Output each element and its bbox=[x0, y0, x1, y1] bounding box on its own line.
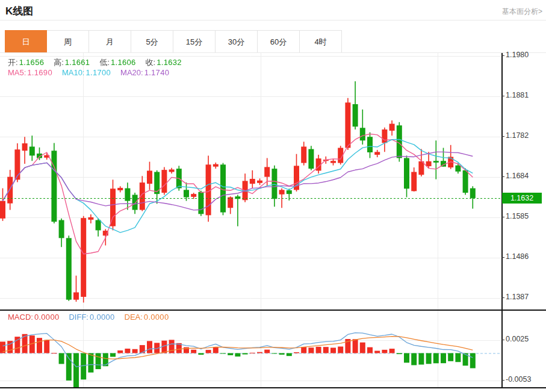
macd-axis-label: -0.0053 bbox=[506, 375, 531, 384]
macd-legend: MACD:0.0000DIFF:0.0000DEA:0.0000 bbox=[8, 313, 169, 322]
axis-tick bbox=[501, 257, 504, 258]
legend-item: 收:1.1632 bbox=[146, 57, 182, 68]
tab-周[interactable]: 周 bbox=[47, 30, 89, 53]
timeframe-tabbar: 日周月5分15分30分60分4时 bbox=[5, 30, 342, 53]
kline-chart-widget: K线图 基本面分析> 日周月5分15分30分60分4时 开:1.1656高:1.… bbox=[0, 0, 546, 392]
panel-separator bbox=[0, 310, 546, 311]
legend-item: MA10:1.1700 bbox=[62, 68, 111, 77]
chart-area: 开:1.1656高:1.1661低:1.1606收:1.1632 MA5:1.1… bbox=[0, 53, 546, 392]
legend-item: DEA:0.0000 bbox=[125, 313, 169, 322]
axis-tick bbox=[501, 340, 504, 340]
legend-item: DIFF:0.0000 bbox=[69, 313, 114, 322]
macd-axis-label: 0.0025 bbox=[506, 335, 529, 343]
legend-item: 高:1.1661 bbox=[54, 57, 90, 68]
axis-tick bbox=[501, 96, 504, 96]
y-axis-label: 1.1980 bbox=[506, 51, 529, 59]
page-title: K线图 bbox=[5, 4, 33, 18]
current-price-badge: 1.1632 bbox=[502, 193, 542, 204]
legend-item: MACD:0.0000 bbox=[8, 313, 59, 322]
y-axis-label: 1.1684 bbox=[506, 172, 529, 180]
y-axis-label: 1.1585 bbox=[506, 212, 529, 220]
legend-item: 开:1.1656 bbox=[8, 57, 44, 68]
tab-30分[interactable]: 30分 bbox=[216, 30, 258, 53]
tab-15分[interactable]: 15分 bbox=[173, 30, 216, 53]
tab-日[interactable]: 日 bbox=[5, 30, 47, 53]
candlestick-canvas[interactable] bbox=[0, 53, 501, 310]
y-axis-label: 1.1881 bbox=[506, 91, 529, 99]
legend-item: MA20:1.1740 bbox=[120, 68, 169, 77]
y-axis-label: 1.1782 bbox=[506, 131, 529, 140]
macd-canvas[interactable] bbox=[0, 311, 501, 387]
ohlc-legend: 开:1.1656高:1.1661低:1.1606收:1.1632 bbox=[8, 57, 182, 68]
tab-60分[interactable]: 60分 bbox=[258, 30, 300, 53]
tab-5分[interactable]: 5分 bbox=[131, 30, 173, 53]
axis-tick bbox=[501, 136, 504, 137]
axis-tick bbox=[501, 380, 504, 381]
axis-tick bbox=[501, 55, 504, 56]
chart-bottom-border bbox=[0, 387, 546, 388]
axis-tick bbox=[501, 297, 504, 298]
legend-item: MA5:1.1690 bbox=[8, 68, 52, 77]
y-axis-line bbox=[501, 53, 503, 388]
tab-月[interactable]: 月 bbox=[89, 30, 131, 53]
header-divider bbox=[0, 20, 546, 20]
ma-legend: MA5:1.1690MA10:1.1700MA20:1.1740 bbox=[8, 68, 169, 77]
axis-tick bbox=[501, 176, 504, 177]
axis-tick bbox=[501, 217, 504, 217]
y-axis-label: 1.1486 bbox=[506, 252, 529, 261]
tab-4时[interactable]: 4时 bbox=[300, 30, 342, 53]
fundamental-analysis-link[interactable]: 基本面分析> bbox=[502, 7, 542, 17]
legend-item: 低:1.1606 bbox=[99, 57, 135, 68]
y-axis-label: 1.1387 bbox=[506, 293, 529, 301]
